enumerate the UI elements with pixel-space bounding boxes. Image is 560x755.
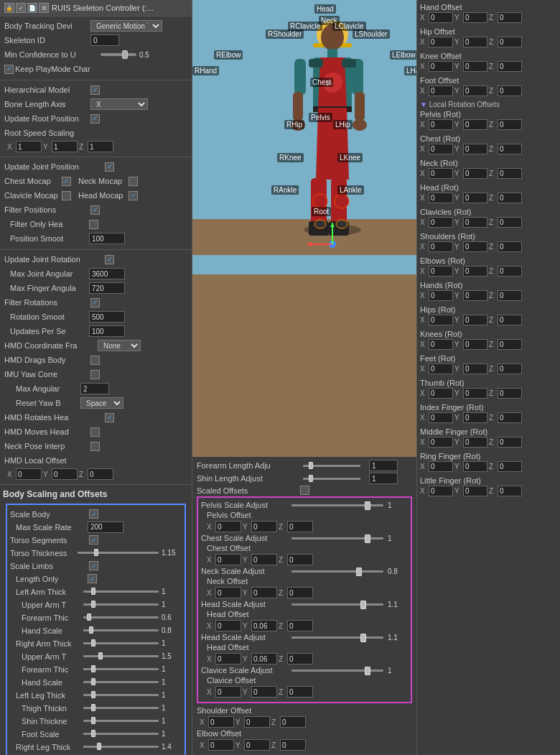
rotation-y-6[interactable]	[463, 266, 487, 277]
rotation-y-2[interactable]	[463, 168, 487, 179]
head-y1[interactable]	[251, 620, 277, 631]
shin-thick-left-slider[interactable]	[83, 720, 159, 722]
rotation-x-0[interactable]	[429, 119, 453, 130]
reset-yaw-dropdown[interactable]: Space	[80, 397, 123, 409]
rotation-x-7[interactable]	[429, 290, 453, 301]
joint-rknee[interactable]: RKnee	[277, 153, 304, 162]
rotation-z-10[interactable]	[498, 363, 522, 374]
max-scale-rate-input[interactable]	[88, 522, 123, 533]
hand-scale-left-slider[interactable]	[83, 629, 159, 631]
pelvis-x[interactable]	[215, 521, 241, 532]
hmd-x-input[interactable]	[16, 468, 42, 480]
position-smooth-input[interactable]	[89, 233, 125, 244]
rotation-x-10[interactable]	[429, 363, 453, 374]
rotation-x-15[interactable]	[429, 486, 453, 496]
rotation-y-7[interactable]	[463, 290, 487, 301]
rotation-y-4[interactable]	[463, 217, 487, 228]
hmd-moves-checkbox[interactable]	[90, 427, 100, 437]
rotation-z-1[interactable]	[498, 144, 522, 154]
knee-x[interactable]	[429, 61, 453, 72]
torso-thickness-slider[interactable]	[78, 552, 159, 554]
bone-length-dropdown[interactable]: X	[90, 98, 148, 110]
rotation-z-2[interactable]	[498, 168, 522, 179]
rotation-z-12[interactable]	[498, 412, 522, 423]
rotation-x-3[interactable]	[429, 193, 453, 203]
torso-segments-checkbox[interactable]	[89, 535, 98, 545]
forearm-thick-left-slider[interactable]	[83, 616, 159, 619]
joint-root[interactable]: Root	[312, 207, 331, 216]
rotation-y-13[interactable]	[463, 437, 487, 448]
head-mocap-checkbox[interactable]	[129, 191, 138, 200]
rotation-z-3[interactable]	[498, 193, 522, 203]
head-x1[interactable]	[215, 620, 241, 631]
elbow-y[interactable]	[244, 739, 270, 751]
hmd-z-input[interactable]	[88, 468, 113, 480]
clavice-y[interactable]	[251, 686, 277, 698]
elbow-z[interactable]	[280, 739, 306, 751]
rotation-y-12[interactable]	[463, 412, 487, 423]
rotation-y-10[interactable]	[463, 363, 487, 374]
neck-mocap-checkbox[interactable]	[129, 177, 138, 186]
max-angular-input[interactable]	[80, 383, 109, 394]
rotation-z-7[interactable]	[498, 290, 522, 301]
hand-z[interactable]	[498, 12, 522, 23]
right-leg-thick-slider[interactable]	[83, 746, 159, 748]
root-speed-x-input[interactable]	[16, 141, 42, 152]
joint-rshoulder[interactable]: RShoulder	[266, 29, 304, 39]
hierarchical-checkbox[interactable]	[90, 85, 100, 95]
chest-x[interactable]	[215, 554, 241, 565]
shoulder-y[interactable]	[244, 716, 270, 728]
left-arm-thick-slider[interactable]	[83, 590, 159, 593]
forearm-length-input[interactable]	[369, 460, 398, 471]
clavice-x[interactable]	[215, 686, 241, 698]
joint-rhip[interactable]: RHip	[284, 120, 304, 129]
rotation-z-0[interactable]	[498, 119, 522, 130]
rotation-smooth-input[interactable]	[89, 311, 125, 323]
lock-icon[interactable]: 🔒	[4, 3, 14, 13]
joint-relbow[interactable]: RElbow	[214, 50, 243, 60]
neck-z[interactable]	[287, 587, 313, 598]
chest-adjust-slider[interactable]	[291, 537, 383, 539]
max-finger-angular-input[interactable]	[89, 282, 125, 294]
rotation-x-12[interactable]	[429, 412, 453, 423]
foot-y[interactable]	[463, 85, 487, 96]
gear-icon[interactable]: ⚙	[39, 3, 49, 13]
update-joint-checkbox[interactable]	[105, 162, 114, 172]
rotation-x-2[interactable]	[429, 168, 453, 179]
rotation-z-4[interactable]	[498, 217, 522, 228]
filter-only-head-checkbox[interactable]	[89, 220, 98, 229]
keep-playmode-checkbox[interactable]	[4, 65, 14, 74]
root-speed-z-input[interactable]	[88, 141, 113, 152]
rotation-y-1[interactable]	[463, 144, 487, 154]
shin-length-input[interactable]	[369, 473, 398, 484]
joint-head[interactable]: Head	[314, 4, 336, 14]
rotation-x-11[interactable]	[429, 388, 453, 399]
clavice-z[interactable]	[287, 686, 313, 698]
left-leg-thick-slider[interactable]	[83, 694, 159, 696]
hip-z[interactable]	[498, 37, 522, 47]
rotation-z-11[interactable]	[498, 388, 522, 399]
neck-adjust-slider[interactable]	[291, 570, 383, 573]
foot-z[interactable]	[498, 85, 522, 96]
rotation-y-15[interactable]	[463, 486, 487, 496]
neck-pose-checkbox[interactable]	[90, 442, 100, 451]
script-icon[interactable]: 📄	[27, 3, 37, 13]
joint-chest[interactable]: Chest	[310, 78, 333, 87]
skeleton-id-input[interactable]	[90, 34, 119, 46]
imu-yaw-checkbox[interactable]	[90, 370, 100, 379]
rotation-x-8[interactable]	[429, 315, 453, 325]
body-tracking-dropdown[interactable]: Generic Motion Trac	[90, 20, 162, 32]
thigh-thick-left-slider[interactable]	[83, 707, 159, 709]
hand-y[interactable]	[463, 12, 487, 23]
head-adjust-slider2[interactable]	[291, 636, 383, 639]
rotation-y-3[interactable]	[463, 193, 487, 203]
rotation-x-1[interactable]	[429, 144, 453, 154]
hmd-coord-dropdown[interactable]: None	[98, 340, 141, 351]
head-y2[interactable]	[251, 653, 277, 664]
hip-y[interactable]	[463, 37, 487, 47]
pelvis-y[interactable]	[251, 521, 277, 532]
scaled-offsets-checkbox[interactable]	[300, 486, 309, 495]
rotation-y-9[interactable]	[463, 339, 487, 350]
forearm-thick-right-slider[interactable]	[83, 668, 159, 670]
rotation-y-0[interactable]	[463, 119, 487, 130]
